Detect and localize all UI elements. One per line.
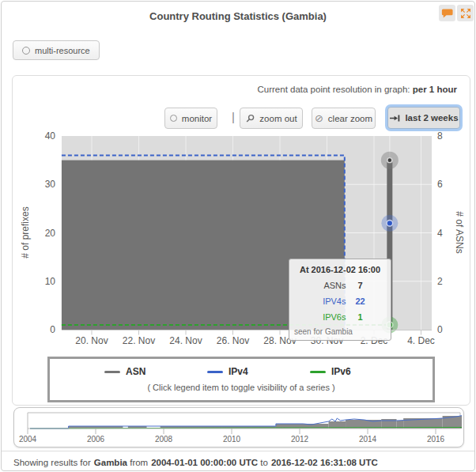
resolution-value: per 1 hour	[413, 85, 457, 94]
tooltip-row-ipv6: IPV6s 1	[294, 312, 386, 322]
y-left-axis-title: # of prefixes	[20, 206, 31, 258]
nav-year-label: 2004	[19, 435, 37, 444]
legend-item-ipv6[interactable]: IPv6	[293, 366, 395, 377]
status-from-value: 2004-01-01 00:00:00 UTC	[151, 458, 258, 467]
y-left-tick-label: 0	[50, 324, 55, 335]
page-title: Country Routing Statistics (Gambia)	[2, 10, 474, 22]
y-right-axis-title: # of ASNs	[454, 211, 465, 253]
nav-year-label: 2012	[291, 435, 309, 444]
clear-zoom-label: clear zoom	[328, 114, 372, 123]
status-prefix: Showing results for	[13, 458, 91, 467]
legend-hint: ( Click legend item to toggle visibility…	[50, 383, 433, 392]
zoom-out-button[interactable]: zoom out	[240, 108, 303, 129]
tooltip-label-ipv4s: IPV4s	[313, 296, 346, 306]
toolbar-divider: |	[232, 110, 235, 123]
y-left-tick-label: 40	[45, 130, 56, 142]
magnifier-icon	[245, 114, 255, 123]
resolution-text: Current data point resolution in graph: …	[257, 85, 457, 94]
status-from-label: from	[130, 458, 148, 467]
ipv4-marker[interactable]	[387, 220, 393, 226]
speech-bubble-icon	[440, 6, 454, 20]
arrow-to-bar-icon	[389, 114, 400, 123]
y-right-tick-label: 8	[437, 130, 443, 142]
y-left-tick-label: 20	[45, 228, 56, 239]
ipv6-legend-label: IPv6	[331, 366, 351, 377]
tooltip-row-asn: ASNs 7	[294, 281, 386, 290]
last-2-weeks-label: last 2 weeks	[405, 113, 458, 123]
nav-year-label: 2014	[359, 435, 377, 444]
x-tick-label: 26. Nov	[217, 335, 249, 346]
main-chart: 20. Nov22. Nov24. Nov26. Nov28. Nov30. N…	[13, 130, 470, 367]
resource-circle-icon	[22, 47, 30, 55]
expand-arrows-icon	[459, 7, 472, 20]
x-tick-label: 22. Nov	[123, 335, 155, 346]
status-to-label: to	[260, 458, 268, 467]
nav-year-label: 2016	[427, 435, 445, 444]
ipv4-legend-label: IPv4	[229, 366, 248, 377]
legend-item-ipv4[interactable]: IPv4	[190, 366, 293, 377]
ipv4-swatch	[207, 371, 223, 373]
fullscreen-button[interactable]	[457, 5, 474, 21]
asn-swatch	[104, 371, 120, 373]
y-right-tick-label: 6	[437, 179, 443, 190]
legend-box: ASN IPv4 IPv6 ( Click legend item to tog…	[47, 357, 435, 402]
x-tick-label: 4. Dec	[407, 335, 435, 346]
slash-circle-icon: ⊘	[315, 113, 323, 123]
navigator-box[interactable]: 2004200620082010201220142016	[13, 407, 464, 447]
asn-legend-label: ASN	[126, 366, 145, 377]
tooltip-label-ipv6s: IPV6s	[313, 312, 346, 322]
legend-row: ASN IPv4 IPv6	[50, 366, 433, 377]
last-2-weeks-button[interactable]: last 2 weeks	[387, 107, 460, 129]
y-right-tick-label: 4	[437, 228, 443, 239]
status-to-value: 2016-12-02 16:31:08 UTC	[271, 458, 378, 467]
multi-resource-label: multi-resource	[35, 46, 90, 55]
status-bar: Showing results forGambia from2004-01-01…	[2, 451, 474, 467]
y-left-tick-label: 10	[45, 276, 56, 287]
tooltip-row-ipv4: IPV4s 22	[294, 296, 386, 306]
zoom-out-label: zoom out	[259, 114, 297, 123]
comment-button[interactable]	[439, 5, 455, 21]
tooltip-title: At 2016-12-02 16:00	[294, 265, 386, 274]
x-tick-label: 24. Nov	[169, 335, 202, 346]
y-right-tick-label: 0	[437, 324, 443, 335]
nav-year-label: 2008	[155, 435, 173, 444]
chart-panel: Current data point resolution in graph: …	[12, 75, 470, 406]
country-routing-widget: Country Routing Statistics (Gambia) mult…	[1, 1, 475, 471]
nav-year-label: 2010	[223, 435, 241, 444]
monitor-icon	[170, 115, 177, 122]
legend-item-asn[interactable]: ASN	[87, 366, 190, 377]
chart-tooltip: At 2016-12-02 16:00 ASNs 7 IPV4s 22 IPV6…	[289, 259, 391, 341]
x-tick-label: 20. Nov	[75, 335, 108, 346]
monitor-label: monitor	[182, 114, 212, 123]
monitor-button[interactable]: monitor	[164, 108, 217, 129]
clear-zoom-button[interactable]: ⊘ clear zoom	[312, 108, 376, 129]
tooltip-value-asns: 7	[353, 281, 368, 290]
tooltip-label-asns: ASNs	[313, 281, 346, 290]
tooltip-value-ipv4s: 22	[353, 296, 368, 306]
nav-year-label: 2006	[87, 435, 105, 444]
multi-resource-button[interactable]: multi-resource	[13, 40, 100, 60]
tooltip-footer: seen for Gambia	[294, 327, 386, 336]
ipv6-swatch	[310, 371, 326, 373]
resolution-label: Current data point resolution in graph:	[257, 85, 410, 94]
y-left-tick-label: 30	[45, 179, 56, 190]
tooltip-value-ipv6s: 1	[353, 312, 368, 322]
navigator-chart[interactable]: 2004200620082010201220142016	[14, 408, 462, 445]
y-right-tick-label: 2	[437, 276, 443, 287]
asn-marker[interactable]	[387, 158, 392, 163]
status-resource: Gambia	[94, 458, 127, 467]
